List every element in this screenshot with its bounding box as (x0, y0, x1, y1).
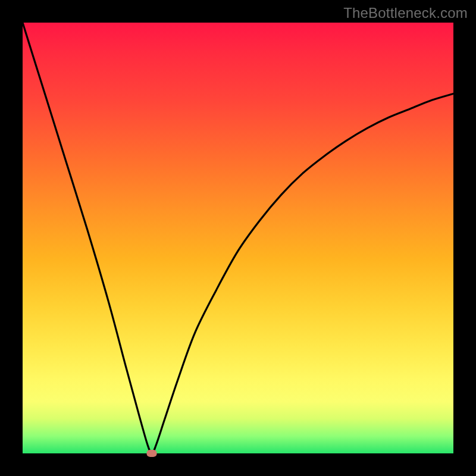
bottleneck-curve (23, 23, 453, 453)
watermark-text: TheBottleneck.com (343, 5, 468, 21)
chart-frame: TheBottleneck.com (0, 0, 476, 476)
minimum-marker (147, 450, 157, 457)
plot-area (23, 23, 453, 453)
